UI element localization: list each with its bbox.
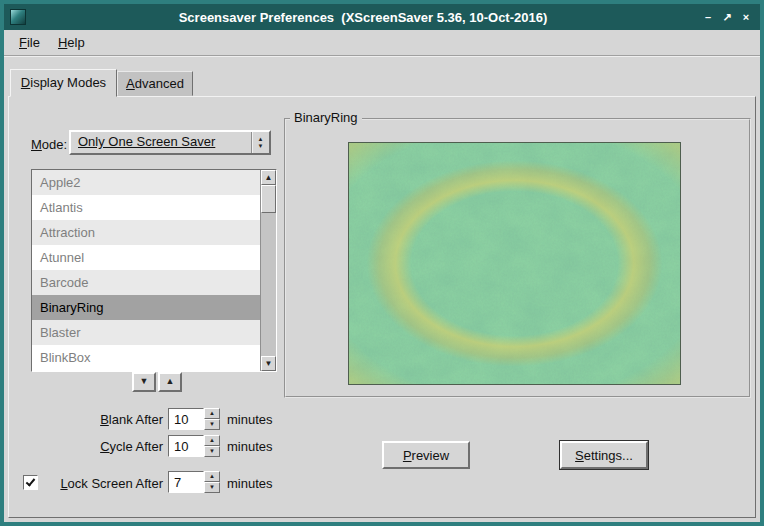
spin-up-icon[interactable]: ▲: [204, 471, 220, 482]
window-controls: – ↗ ×: [700, 9, 754, 25]
next-saver-button[interactable]: ▼: [132, 372, 156, 392]
xscreensaver-window: Screensaver Preferences (XScreenSaver 5.…: [0, 0, 764, 526]
combo-down-icon: ▼: [258, 143, 264, 150]
spin-up-icon[interactable]: ▲: [204, 408, 220, 419]
menu-help[interactable]: Help: [49, 32, 94, 53]
settings-button[interactable]: Settings...: [560, 441, 648, 469]
mode-combo[interactable]: Only One Screen Saver ▲ ▼: [69, 130, 271, 155]
window-title: Screensaver Preferences (XScreenSaver 5.…: [26, 10, 700, 25]
blank-after-spinner: ▲ ▼: [168, 408, 220, 430]
lock-screen-checkbox[interactable]: [23, 475, 38, 490]
blank-after-unit: minutes: [227, 412, 273, 427]
display-modes-page: Mode: Only One Screen Saver ▲ ▼ Apple2At…: [8, 96, 756, 518]
tab-display-modes[interactable]: Display Modes: [10, 69, 117, 97]
blank-after-label: Blank After: [31, 412, 163, 427]
list-item[interactable]: Blaster: [32, 320, 260, 345]
list-item[interactable]: BinaryRing: [32, 295, 260, 320]
close-icon[interactable]: ×: [738, 9, 754, 25]
combo-up-icon: ▲: [258, 136, 264, 143]
menubar: File Help: [4, 30, 760, 56]
saver-list-scrollbar[interactable]: ▲ ▼: [260, 170, 276, 371]
lock-screen-spinner: ▲ ▼: [168, 471, 220, 493]
tab-advanced[interactable]: Advanced: [117, 71, 193, 96]
saver-listbox: Apple2AtlantisAttractionAtunnelBarcodeBi…: [31, 169, 277, 372]
cycle-after-spinner: ▲ ▼: [168, 435, 220, 457]
lock-screen-label: Lock Screen After: [43, 476, 163, 491]
cycle-after-steppers: ▲ ▼: [204, 435, 220, 457]
maximize-icon[interactable]: ↗: [719, 9, 735, 25]
preview-image: [348, 142, 681, 385]
blank-after-input[interactable]: [168, 408, 204, 430]
titlebar[interactable]: Screensaver Preferences (XScreenSaver 5.…: [4, 4, 760, 30]
preview-frame-title: BinaryRing: [290, 110, 362, 125]
mode-combo-value: Only One Screen Saver: [71, 132, 251, 153]
menu-file[interactable]: File: [10, 32, 49, 53]
list-item[interactable]: Atlantis: [32, 195, 260, 220]
preview-button[interactable]: Preview: [382, 441, 470, 469]
spin-up-icon[interactable]: ▲: [204, 435, 220, 446]
lock-screen-input[interactable]: [168, 471, 204, 493]
spin-down-icon[interactable]: ▼: [204, 482, 220, 493]
scroll-up-icon[interactable]: ▲: [261, 170, 276, 185]
minimize-icon[interactable]: –: [700, 9, 716, 25]
lock-screen-unit: minutes: [227, 476, 273, 491]
list-item[interactable]: Apple2: [32, 170, 260, 195]
combo-stepper-icon[interactable]: ▲ ▼: [251, 132, 269, 153]
window-icon: [10, 9, 26, 25]
cycle-after-label: Cycle After: [31, 439, 163, 454]
cycle-after-input[interactable]: [168, 435, 204, 457]
check-icon: [26, 476, 36, 486]
scrollbar-thumb[interactable]: [261, 185, 276, 213]
list-item[interactable]: BlinkBox: [32, 345, 260, 370]
spin-down-icon[interactable]: ▼: [204, 446, 220, 457]
spin-down-icon[interactable]: ▼: [204, 419, 220, 430]
list-item[interactable]: Barcode: [32, 270, 260, 295]
scroll-down-icon[interactable]: ▼: [261, 356, 276, 371]
cycle-after-unit: minutes: [227, 439, 273, 454]
binaryring-pattern: [349, 143, 680, 384]
list-item[interactable]: Atunnel: [32, 245, 260, 270]
mode-label: Mode:: [31, 137, 67, 152]
list-item[interactable]: Attraction: [32, 220, 260, 245]
previous-saver-button[interactable]: ▲: [158, 372, 182, 392]
lock-screen-steppers: ▲ ▼: [204, 471, 220, 493]
saver-list-rows: Apple2AtlantisAttractionAtunnelBarcodeBi…: [32, 170, 260, 371]
blank-after-steppers: ▲ ▼: [204, 408, 220, 430]
